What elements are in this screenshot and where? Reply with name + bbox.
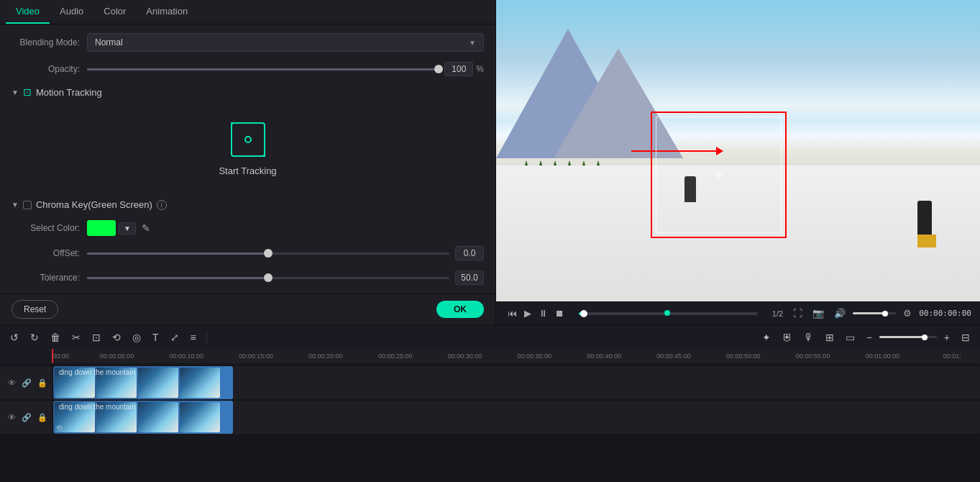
video-clip-1[interactable]: ding down the mountain <box>53 366 233 399</box>
reverse-button[interactable]: ⟲ <box>108 329 125 345</box>
track-controls-1: 👁 🔗 🔒 <box>0 366 52 399</box>
eyedropper-icon[interactable]: ✎ <box>142 222 150 234</box>
ts-12: 00:01:00:00 <box>866 353 900 360</box>
effect-button[interactable]: ◎ <box>128 329 145 345</box>
align-button[interactable]: ≡ <box>186 329 201 345</box>
blending-mode-dropdown[interactable]: Normal ▼ <box>87 33 484 52</box>
tab-audio[interactable]: Audio <box>50 0 93 24</box>
track-2-link-button[interactable]: 🔗 <box>20 411 33 424</box>
opacity-unit: % <box>476 64 484 74</box>
ruler-timestamps: 00:00:00:00 00:00:05:00 00:00:10:00 00:0… <box>52 349 980 363</box>
tolerance-thumb[interactable] <box>264 273 273 282</box>
caption-tool[interactable]: ⊞ <box>821 329 838 345</box>
zoom-out-tool[interactable]: − <box>862 329 876 345</box>
ts-4: 00:00:20:00 <box>308 353 343 360</box>
fit-tool[interactable]: ⊟ <box>957 329 974 345</box>
effects-tool[interactable]: ✦ <box>758 329 775 345</box>
settings-button[interactable]: ⚙ <box>900 306 915 320</box>
expand-button[interactable]: ⤢ <box>166 329 183 345</box>
ruler-area: 00:00:00:00 00:00:05:00 00:00:10:00 00:0… <box>0 349 980 363</box>
chroma-key-checkbox[interactable] <box>23 201 32 209</box>
play-button[interactable]: ▶ <box>521 306 534 320</box>
blending-mode-value: Normal <box>95 37 123 47</box>
timecode-display: 00:00:00:00 <box>919 309 971 318</box>
blending-mode-label: Blending Mode: <box>12 37 87 47</box>
zoom-slider[interactable] <box>879 336 937 338</box>
motion-tracking-label: Motion Tracking <box>36 87 102 98</box>
track-2-lock-button[interactable]: 🔒 <box>36 411 49 424</box>
opacity-value[interactable]: 100 <box>444 62 473 76</box>
tracking-icon[interactable] <box>231 122 265 157</box>
subtitle-tool[interactable]: ▭ <box>841 329 859 345</box>
timeline-marker <box>664 310 670 316</box>
ok-button[interactable]: OK <box>436 301 484 318</box>
mic-tool[interactable]: 🎙 <box>800 329 818 345</box>
opacity-thumb[interactable] <box>434 65 443 73</box>
crop-button[interactable]: ⊡ <box>88 329 105 345</box>
volume-button[interactable]: 🔊 <box>831 306 848 320</box>
offset-value[interactable]: 0.0 <box>455 246 484 260</box>
timeline-thumb[interactable] <box>580 310 587 317</box>
thumb-frame-2c <box>138 402 178 432</box>
offset-thumb[interactable] <box>264 249 273 258</box>
undo-button[interactable]: ↺ <box>6 329 23 345</box>
track-1-link-button[interactable]: 🔗 <box>20 377 33 389</box>
chevron-down-icon: ▼ <box>469 39 476 47</box>
timeline-tracks: 👁 🔗 🔒 ding down the mountain <box>0 363 980 482</box>
skier-left <box>684 176 696 202</box>
fullscreen-button[interactable]: ⛶ <box>790 306 805 320</box>
ts-13: 00:01: <box>943 353 961 360</box>
clip-label-1: ding down the mountain <box>59 368 135 376</box>
redo-button[interactable]: ↻ <box>26 329 43 345</box>
ts-0: 00:00:00:00 <box>52 353 69 360</box>
track-1-lock-button[interactable]: 🔒 <box>36 377 49 389</box>
volume-slider[interactable] <box>853 312 896 314</box>
tolerance-slider[interactable] <box>87 277 449 279</box>
offset-slider[interactable] <box>87 253 449 255</box>
reset-button[interactable]: Reset <box>12 300 58 319</box>
cut-button[interactable]: ✂ <box>68 329 85 345</box>
color-swatch[interactable] <box>87 220 116 236</box>
track-1-eye-button[interactable]: 👁 <box>6 377 17 388</box>
chevron-icon: ▼ <box>12 88 19 96</box>
tolerance-value[interactable]: 50.0 <box>455 270 484 285</box>
track-2-eye-button[interactable]: 👁 <box>6 411 17 423</box>
ts-6: 00:00:30:00 <box>448 353 482 360</box>
chroma-key-label: Chroma Key(Green Screen) <box>36 199 152 210</box>
clip-bottom-icon: ⟲ <box>56 424 62 432</box>
timeline-section: 00:00:00:00 00:00:05:00 00:00:10:00 00:0… <box>0 349 980 482</box>
ruler-left-space <box>0 349 52 363</box>
playback-timeline[interactable] <box>579 312 758 315</box>
zoom-in-tool[interactable]: + <box>940 329 954 345</box>
skier-right-body <box>917 201 932 235</box>
track-row-2: 👁 🔗 🔒 ding down the mountain ⟲ <box>0 401 980 434</box>
screenshot-button[interactable]: 📷 <box>810 306 827 320</box>
tab-color[interactable]: Color <box>93 0 136 24</box>
zoom-thumb[interactable] <box>922 335 928 340</box>
volume-thumb[interactable] <box>882 311 888 317</box>
speed-selector[interactable]: 1/2 <box>769 308 786 319</box>
ts-8: 00:00:40:00 <box>587 353 621 360</box>
text-button[interactable]: T <box>148 329 163 345</box>
offset-fill <box>87 253 268 255</box>
thumb-frame-1d <box>180 368 220 398</box>
stop-button[interactable]: ⏹ <box>552 306 567 320</box>
motion-tracking-header[interactable]: ▼ ⊡ Motion Tracking <box>12 86 484 98</box>
delete-button[interactable]: 🗑 <box>46 329 65 345</box>
opacity-slider[interactable] <box>87 68 439 71</box>
shield-tool[interactable]: ⛨ <box>778 329 797 345</box>
chroma-key-header[interactable]: ▼ Chroma Key(Green Screen) i <box>12 199 484 210</box>
tab-animation[interactable]: Animation <box>136 0 198 24</box>
video-controls-bar: ⏮ ▶ ⏸ ⏹ 1/2 ⛶ 📷 🔊 ⚙ 00 <box>496 301 980 324</box>
info-icon[interactable]: i <box>157 200 167 210</box>
video-area: + <box>496 0 980 301</box>
track-content-2: ding down the mountain ⟲ <box>53 401 980 434</box>
video-clip-2[interactable]: ding down the mountain ⟲ <box>53 401 233 434</box>
start-tracking-label[interactable]: Start Tracking <box>219 165 276 176</box>
step-back-button[interactable]: ⏮ <box>505 306 520 320</box>
tolerance-row: Tolerance: 50.0 <box>12 270 484 285</box>
pause-button[interactable]: ⏸ <box>536 306 551 320</box>
offset-row: OffSet: 0.0 <box>12 246 484 260</box>
tab-video[interactable]: Video <box>6 0 50 24</box>
color-dropdown-button[interactable]: ▼ <box>119 222 136 235</box>
